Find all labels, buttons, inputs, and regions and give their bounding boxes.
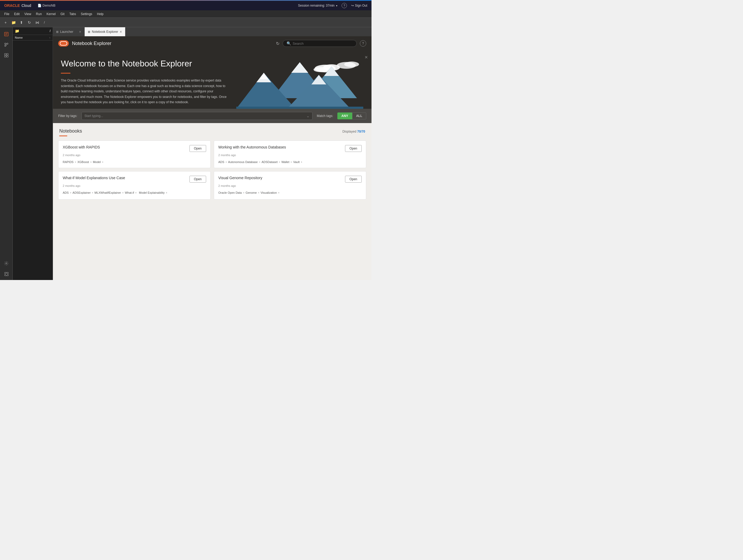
svg-point-4: [4, 43, 6, 44]
svg-point-5: [7, 43, 8, 44]
tag-sep: +: [90, 160, 92, 164]
notebook-card-genome: Visual Genome Repository Open 2 months a…: [214, 171, 366, 200]
sidebar-item-extensions[interactable]: [2, 50, 11, 60]
menu-item-kernel[interactable]: Kernel: [44, 11, 58, 17]
file-panel-header: 📁 /: [13, 27, 53, 35]
notebook-date: 2 months ago: [218, 184, 362, 187]
tag-adsexplainer: ADSExplainer: [73, 191, 90, 195]
menu-item-settings[interactable]: Settings: [79, 11, 94, 17]
notebook-tags: Oracle Open Data + Genome + Visualizatio…: [218, 191, 362, 194]
menu-item-run[interactable]: Run: [34, 11, 44, 17]
notebook-open-button[interactable]: Open: [345, 145, 362, 152]
notebooks-title: Notebooks: [59, 128, 82, 134]
tag-model: Model: [93, 160, 101, 164]
search-input[interactable]: [293, 42, 353, 46]
svg-rect-7: [4, 53, 6, 55]
filter-input-wrap[interactable]: ⌄: [82, 112, 312, 120]
session-label: Session remaining: 37min: [298, 4, 335, 7]
notebook-tags: ADS + Autonomous Database + ADSDataset +…: [218, 160, 362, 164]
svg-rect-27: [236, 106, 363, 109]
notebooks-grid: XGBoost with RAPIDS Open 2 months ago RA…: [58, 140, 366, 200]
nb-search-box[interactable]: 🔍: [282, 40, 357, 47]
notebook-card-xgboost: XGBoost with RAPIDS Open 2 months ago RA…: [58, 140, 211, 168]
menu-item-git[interactable]: Git: [58, 11, 67, 17]
menu-item-file[interactable]: File: [2, 11, 11, 17]
demo-nb: 📄 DemoNB: [38, 4, 55, 7]
sidebar: [0, 27, 13, 280]
hero-title: Welcome to the Notebook Explorer: [61, 58, 227, 69]
notebook-tags: RAPIDS + XGBoost + Model +: [63, 160, 206, 164]
match-any-button[interactable]: ANY: [337, 113, 352, 119]
menu-item-help[interactable]: Help: [95, 11, 106, 17]
sort-icon[interactable]: ↑: [49, 36, 51, 39]
tag-adsdataset: ADSDataset: [261, 160, 277, 164]
tab-nb-explorer-close[interactable]: ×: [120, 30, 122, 34]
svg-point-6: [4, 45, 6, 47]
notebooks-header: Notebooks Displayed 70/70: [58, 128, 366, 134]
notebook-date: 2 months ago: [63, 154, 206, 157]
tag-vault: Vault: [293, 160, 300, 164]
sidebar-item-files[interactable]: [2, 29, 11, 39]
menu-item-view[interactable]: View: [22, 11, 33, 17]
notebook-open-button[interactable]: Open: [189, 145, 206, 152]
tab-nb-explorer-icon: ⊞: [88, 30, 90, 34]
displayed-count: Displayed 70/70: [342, 130, 365, 133]
name-column-header: Name: [15, 36, 23, 39]
menu-item-tabs[interactable]: Tabs: [67, 11, 78, 17]
tag-genome: Genome: [246, 191, 257, 194]
refresh-button[interactable]: ↻: [26, 19, 33, 26]
tag-ads: ADS: [63, 191, 69, 195]
filter-input[interactable]: [84, 114, 306, 118]
sign-out-button[interactable]: ↪ Sign Out: [351, 4, 367, 7]
sidebar-item-git[interactable]: [2, 40, 11, 49]
notebook-date: 2 months ago: [63, 184, 206, 187]
sidebar-item-settings[interactable]: [2, 259, 11, 268]
oracle-pill-inner: [60, 41, 67, 46]
notebook-open-button[interactable]: Open: [189, 176, 206, 183]
tag-mlxwhatif: MLXWhatIfExplainer: [94, 191, 121, 195]
notebook-name: What-if Model Explanations Use Case: [63, 176, 189, 180]
tag-ads: ADS: [218, 160, 224, 164]
tag-rapids: RAPIDS: [63, 160, 74, 164]
nb-help-button[interactable]: ?: [360, 40, 366, 47]
tag-autonomous-db: Autonomous Database: [228, 160, 258, 164]
tab-nb-explorer-label: Notebook Explorer: [92, 30, 118, 34]
new-file-button[interactable]: +: [2, 19, 9, 26]
tab-launcher-icon: ⊞: [56, 30, 58, 34]
hero-close-button[interactable]: ×: [365, 54, 368, 60]
tag-whatif: What-if: [125, 191, 134, 195]
search-icon: 🔍: [287, 41, 291, 46]
notebook-card-header: Visual Genome Repository Open: [218, 176, 362, 183]
svg-point-17: [344, 62, 359, 67]
tab-notebook-explorer[interactable]: ⊞ Notebook Explorer ×: [85, 27, 125, 36]
notebook-open-button[interactable]: Open: [345, 176, 362, 183]
nb-refresh-button[interactable]: ↻: [276, 41, 279, 46]
notebook-tags: ADS + ADSExplainer + MLXWhatIfExplainer …: [63, 191, 206, 195]
tag-wallet: Wallet: [281, 160, 289, 164]
mountain-illustration: [228, 56, 372, 109]
filter-dropdown-icon[interactable]: ⌄: [306, 114, 310, 118]
notebook-explorer-panel: Notebook Explorer ↻ 🔍 ? Welcome to the N…: [53, 36, 372, 280]
notebook-name: Visual Genome Repository: [218, 176, 345, 180]
nb-explorer-title: Notebook Explorer: [72, 41, 112, 46]
nb-header-right: ↻ 🔍 ?: [276, 40, 366, 47]
notebook-card-header: What-if Model Explanations Use Case Open: [63, 176, 206, 183]
notebook-card-header: Working with the Autonomous Databases Op…: [218, 145, 362, 152]
new-folder-button[interactable]: 📁: [10, 19, 17, 26]
help-button[interactable]: ?: [342, 3, 347, 8]
cloud-wordmark: Cloud: [21, 3, 31, 8]
tabs-bar: ⊞ Launcher × ⊞ Notebook Explorer ×: [53, 27, 372, 36]
sidebar-item-puzzle[interactable]: [2, 269, 11, 279]
demo-nb-label: DemoNB: [43, 4, 55, 7]
tag-sep: +: [75, 160, 76, 164]
upload-button[interactable]: ⬆: [18, 19, 25, 26]
svg-point-11: [6, 263, 7, 264]
menu-item-edit[interactable]: Edit: [12, 11, 22, 17]
tag-oracle-open-data: Oracle Open Data: [218, 191, 242, 194]
notebook-card-header: XGBoost with RAPIDS Open: [63, 145, 206, 152]
match-all-button[interactable]: ALL: [352, 113, 366, 119]
tab-launcher[interactable]: ⊞ Launcher ×: [53, 27, 85, 36]
top-bar-right: Session remaining: 37min ▾ ? ↪ Sign Out: [298, 3, 367, 8]
git-button[interactable]: ⋈: [34, 19, 41, 26]
tab-launcher-close[interactable]: ×: [79, 30, 81, 34]
